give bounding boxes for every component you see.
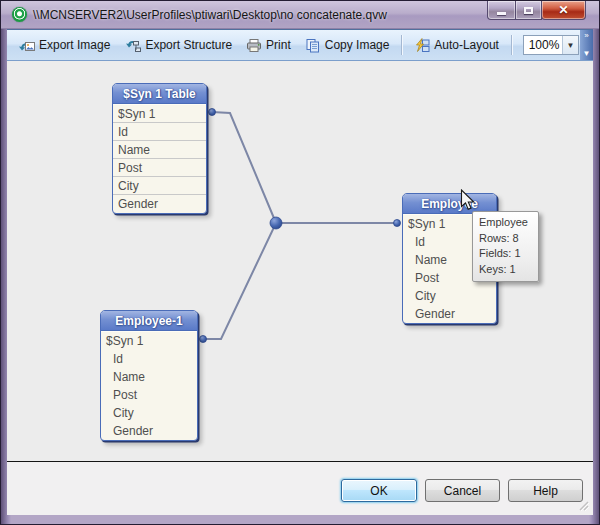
chevron-down-icon: ▼ [583,50,591,58]
close-button[interactable]: ✕ [541,1,586,20]
toolbar-separator [511,35,512,55]
data-model-canvas[interactable]: $Syn 1 Table $Syn 1IdNamePostCityGender … [7,61,593,462]
table-header[interactable]: $Syn 1 Table [113,84,206,104]
minimize-icon [497,12,506,15]
table-field[interactable]: Name [101,368,197,386]
export-structure-button[interactable]: Export Structure [119,36,237,55]
table-field[interactable]: City [101,404,197,422]
minimize-button[interactable] [487,1,516,20]
print-label: Print [266,38,291,52]
table-field[interactable]: Gender [101,422,197,440]
print-icon [246,38,262,53]
chevron-down-icon[interactable]: ▼ [562,36,578,54]
table-field-list: $Syn 1IdNamePostCityGender [101,331,197,440]
copy-image-icon [305,38,321,53]
titlebar[interactable]: \\MCNSERVER2\UserProfiles\ptiwari\Deskto… [1,1,599,29]
export-image-label: Export Image [39,38,110,52]
table-field[interactable]: Post [113,159,206,177]
table-field[interactable]: Name [113,141,206,159]
tooltip-table-name: Employee [479,215,532,231]
table-syn1[interactable]: $Syn 1 Table $Syn 1IdNamePostCityGender [112,83,207,214]
copy-image-button[interactable]: Copy Image [300,36,395,55]
table-field[interactable]: $Syn 1 [101,332,197,350]
table-field[interactable]: Post [101,386,197,404]
chevron-right-icon: » [584,32,588,40]
tooltip-fields: Fields: 1 [479,246,532,262]
ok-button[interactable]: OK [341,479,417,502]
toolbar-overflow-button[interactable]: » ▼ [580,30,593,60]
cancel-button[interactable]: Cancel [425,479,500,502]
qlikview-app-icon [12,7,27,22]
resize-grip[interactable] [578,500,590,512]
close-icon: ✕ [558,4,568,16]
auto-layout-icon [414,38,430,53]
connector-node [200,336,207,343]
auto-layout-label: Auto-Layout [434,38,499,52]
table-field-list: $Syn 1IdNamePostCityGender [113,104,206,213]
table-field[interactable]: City [403,287,496,305]
connector-node [394,220,401,227]
table-viewer-window: \\MCNSERVER2\UserProfiles\ptiwari\Deskto… [0,0,600,525]
table-field[interactable]: Id [101,350,197,368]
tooltip-rows: Rows: 8 [479,231,532,247]
mouse-cursor-icon [460,189,476,215]
export-structure-label: Export Structure [145,38,232,52]
table-field[interactable]: Gender [403,305,496,323]
copy-image-label: Copy Image [325,38,390,52]
maximize-icon [524,7,533,14]
export-structure-icon [124,38,141,53]
table-field[interactable]: $Syn 1 [113,105,206,123]
toolbar-separator [401,35,402,55]
window-title: \\MCNSERVER2\UserProfiles\ptiwari\Deskto… [33,8,387,22]
table-field[interactable]: City [113,177,206,195]
help-button[interactable]: Help [508,479,583,502]
export-image-icon [18,38,35,53]
export-image-button[interactable]: Export Image [13,36,115,55]
dialog-button-bar: OK Cancel Help [7,462,593,515]
zoom-level-value: 100% [524,38,562,52]
zoom-level-combobox[interactable]: 100% ▼ [523,35,579,55]
table-field[interactable]: Gender [113,195,206,213]
table-field[interactable]: Id [113,123,206,141]
table-header[interactable]: Employee-1 [101,311,197,331]
maximize-button[interactable] [515,1,542,20]
toolbar: Export Image Export Structure Print [7,29,593,61]
window-controls: ✕ [488,1,586,20]
print-button[interactable]: Print [241,36,296,55]
auto-layout-button[interactable]: Auto-Layout [409,36,504,55]
tooltip-keys: Keys: 1 [479,262,532,278]
table-info-tooltip: Employee Rows: 8 Fields: 1 Keys: 1 [472,211,539,282]
connector-node [209,109,216,116]
table-employee-1[interactable]: Employee-1 $Syn 1IdNamePostCityGender [100,310,198,441]
connector-junction-node [270,217,282,229]
